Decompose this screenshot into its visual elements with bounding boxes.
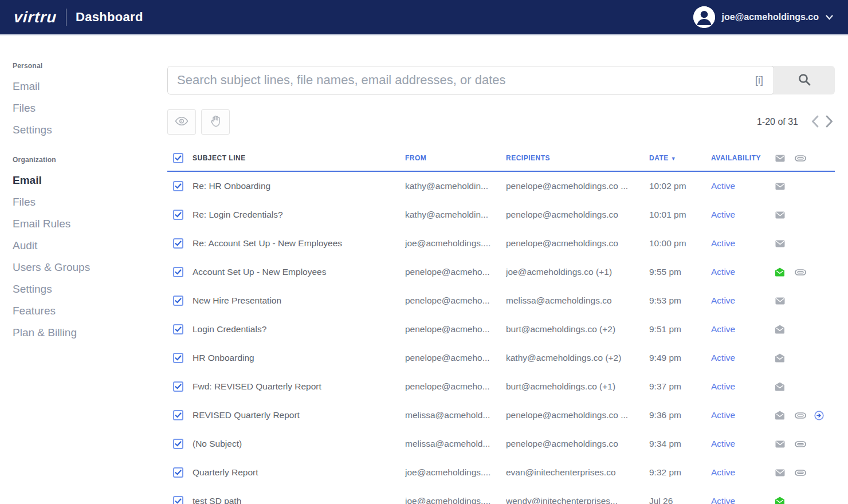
table-row[interactable]: (No Subject)melissa@acmehold...penelope@… — [167, 430, 835, 458]
select-all-checkbox[interactable] — [173, 153, 183, 163]
row-checkbox[interactable] — [173, 410, 183, 420]
availability-link[interactable]: Active — [711, 238, 775, 249]
from-cell: penelope@acmeho... — [405, 267, 506, 277]
sidebar-item-files[interactable]: Files — [13, 97, 162, 119]
subject-cell: REVISED Quarterly Report — [193, 410, 405, 420]
row-checkbox[interactable] — [173, 238, 183, 249]
subject-cell: Re: Account Set Up - New Employees — [193, 238, 405, 249]
table-row[interactable]: Re: Login Credentials?kathy@acmeholdin..… — [167, 200, 835, 229]
table-row[interactable]: HR Onboardingpenelope@acmeho...kathy@acm… — [167, 344, 835, 372]
sidebar-item-files[interactable]: Files — [13, 191, 162, 213]
paperclip-icon — [795, 269, 814, 275]
subject-cell: test SD path — [193, 496, 405, 504]
row-checkbox[interactable] — [173, 267, 183, 277]
logo-divider — [66, 9, 66, 26]
column-header-date[interactable]: DATE▼ — [649, 154, 711, 162]
availability-link[interactable]: Active — [711, 181, 775, 191]
date-cell: 9:49 pm — [649, 353, 711, 363]
row-checkbox[interactable] — [173, 439, 183, 449]
sidebar-item-settings[interactable]: Settings — [13, 119, 162, 141]
subject-cell: Account Set Up - New Employees — [193, 267, 405, 277]
availability-link[interactable]: Active — [711, 496, 775, 504]
date-cell: Jul 26 — [649, 496, 711, 504]
table-row[interactable]: Re: HR Onboardingkathy@acmeholdin...pene… — [167, 172, 835, 200]
availability-link[interactable]: Active — [711, 439, 775, 449]
table-row[interactable]: Account Set Up - New Employeespenelope@a… — [167, 258, 835, 286]
row-checkbox[interactable] — [173, 496, 183, 504]
envelope-closed-icon — [775, 183, 795, 190]
row-icons — [775, 183, 835, 190]
sidebar-item-features[interactable]: Features — [13, 300, 162, 322]
table-row[interactable]: New Hire Presentationpenelope@acmeho...m… — [167, 286, 835, 315]
from-cell: joe@acmeholdings.... — [405, 238, 506, 249]
availability-link[interactable]: Active — [711, 467, 775, 478]
availability-link[interactable]: Active — [711, 353, 775, 363]
user-email: joe@acmeholdings.co — [722, 12, 819, 22]
reveal-button[interactable] — [167, 109, 196, 135]
row-checkbox[interactable] — [173, 353, 183, 363]
availability-link[interactable]: Active — [711, 267, 775, 277]
table-row[interactable]: REVISED Quarterly Reportmelissa@acmehold… — [167, 401, 835, 430]
availability-link[interactable]: Active — [711, 324, 775, 334]
table-row[interactable]: Quarterly Reportjoe@acmeholdings....evan… — [167, 458, 835, 487]
row-checkbox[interactable] — [173, 181, 183, 191]
recipients-cell: penelope@acmeholdings.co — [506, 238, 649, 249]
sidebar-section-label: Personal — [13, 62, 162, 70]
sidebar-item-plan-billing[interactable]: Plan & Billing — [13, 322, 162, 344]
recipients-cell: penelope@acmeholdings.co — [506, 439, 649, 449]
previous-page-button[interactable] — [810, 114, 820, 131]
availability-link[interactable]: Active — [711, 410, 775, 420]
sidebar-item-email[interactable]: Email — [13, 76, 162, 97]
row-checkbox[interactable] — [173, 467, 183, 478]
table-row[interactable]: test SD pathjoe@acmeholdings....wendy@in… — [167, 487, 835, 504]
subject-cell: (No Subject) — [193, 439, 405, 449]
account-menu[interactable]: joe@acmeholdings.co — [693, 6, 833, 28]
envelope-closed-icon — [775, 440, 795, 448]
forward-circle-icon[interactable] — [814, 411, 834, 420]
topbar: virtru Dashboard joe@acmeholdings.co — [0, 0, 848, 36]
sidebar-item-email-rules[interactable]: Email Rules — [13, 213, 162, 235]
availability-link[interactable]: Active — [711, 296, 775, 306]
revoke-button[interactable] — [201, 109, 230, 135]
row-icons — [775, 440, 835, 448]
search-button[interactable] — [774, 66, 835, 94]
chevron-left-icon — [811, 115, 819, 129]
row-icons — [775, 325, 835, 334]
envelope-closed-icon — [775, 240, 795, 247]
column-header-availability[interactable]: AVAILABILITY — [711, 154, 775, 162]
sidebar: PersonalEmailFilesSettingsOrganizationEm… — [0, 36, 167, 504]
search-input[interactable] — [168, 66, 774, 94]
row-checkbox[interactable] — [173, 324, 183, 334]
row-icons — [775, 469, 835, 477]
table-row[interactable]: Re: Account Set Up - New Employeesjoe@ac… — [167, 229, 835, 258]
row-icons — [775, 297, 835, 305]
sidebar-item-settings[interactable]: Settings — [13, 278, 162, 300]
availability-link[interactable]: Active — [711, 210, 775, 220]
table-row[interactable]: Fwd: REVISED Quarterly Reportpenelope@ac… — [167, 372, 835, 401]
sidebar-item-audit[interactable]: Audit — [13, 235, 162, 257]
sidebar-item-users-groups[interactable]: Users & Groups — [13, 257, 162, 278]
subject-cell: Re: HR Onboarding — [193, 181, 405, 191]
search-icon — [798, 73, 811, 88]
column-header-from[interactable]: FROM — [405, 154, 506, 162]
date-cell: 10:02 pm — [649, 181, 711, 191]
sidebar-section-personal: PersonalEmailFilesSettings — [13, 62, 162, 141]
email-table-body: Re: HR Onboardingkathy@acmeholdin...pene… — [167, 172, 835, 504]
availability-link[interactable]: Active — [711, 381, 775, 392]
next-page-button[interactable] — [824, 114, 835, 131]
recipients-cell: penelope@acmeholdings.co — [506, 210, 649, 220]
subject-cell: Quarterly Report — [193, 467, 405, 478]
recipients-cell: burt@acmeholdings.co (+1) — [506, 381, 649, 392]
sort-desc-icon: ▼ — [671, 156, 676, 162]
chevron-down-icon — [826, 15, 833, 20]
sidebar-item-email[interactable]: Email — [13, 170, 162, 191]
recipients-cell: penelope@acmeholdings.co ... — [506, 410, 649, 420]
column-header-recipients[interactable]: RECIPIENTS — [506, 154, 649, 162]
row-checkbox[interactable] — [173, 296, 183, 306]
row-checkbox[interactable] — [173, 381, 183, 392]
recipients-cell: burt@acmeholdings.co (+2) — [506, 324, 649, 334]
from-cell: melissa@acmehold... — [405, 439, 506, 449]
table-row[interactable]: Login Credentials?penelope@acmeho...burt… — [167, 315, 835, 344]
row-checkbox[interactable] — [173, 210, 183, 220]
row-icons — [775, 211, 835, 219]
